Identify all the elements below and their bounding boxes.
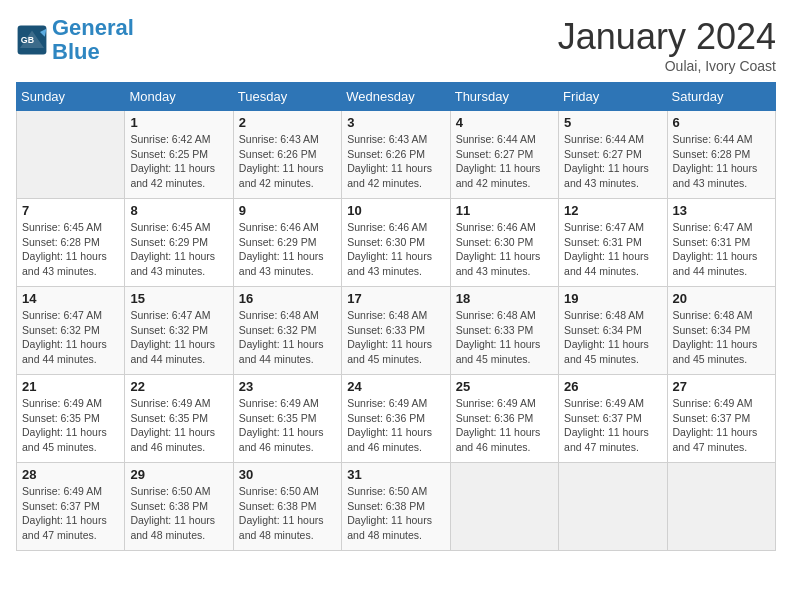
calendar-cell: 31Sunrise: 6:50 AM Sunset: 6:38 PM Dayli… (342, 463, 450, 551)
calendar-cell: 28Sunrise: 6:49 AM Sunset: 6:37 PM Dayli… (17, 463, 125, 551)
calendar-cell: 22Sunrise: 6:49 AM Sunset: 6:35 PM Dayli… (125, 375, 233, 463)
month-title: January 2024 (558, 16, 776, 58)
cell-info: Sunrise: 6:48 AM Sunset: 6:34 PM Dayligh… (564, 308, 661, 367)
calendar-cell: 11Sunrise: 6:46 AM Sunset: 6:30 PM Dayli… (450, 199, 558, 287)
calendar-cell: 19Sunrise: 6:48 AM Sunset: 6:34 PM Dayli… (559, 287, 667, 375)
day-number: 11 (456, 203, 553, 218)
cell-info: Sunrise: 6:46 AM Sunset: 6:29 PM Dayligh… (239, 220, 336, 279)
calendar-cell: 13Sunrise: 6:47 AM Sunset: 6:31 PM Dayli… (667, 199, 775, 287)
cell-info: Sunrise: 6:42 AM Sunset: 6:25 PM Dayligh… (130, 132, 227, 191)
calendar-cell: 20Sunrise: 6:48 AM Sunset: 6:34 PM Dayli… (667, 287, 775, 375)
location-subtitle: Oulai, Ivory Coast (558, 58, 776, 74)
day-number: 13 (673, 203, 770, 218)
calendar-cell: 10Sunrise: 6:46 AM Sunset: 6:30 PM Dayli… (342, 199, 450, 287)
cell-info: Sunrise: 6:48 AM Sunset: 6:32 PM Dayligh… (239, 308, 336, 367)
logo-line2: Blue (52, 39, 100, 64)
cell-info: Sunrise: 6:47 AM Sunset: 6:31 PM Dayligh… (673, 220, 770, 279)
calendar-cell: 25Sunrise: 6:49 AM Sunset: 6:36 PM Dayli… (450, 375, 558, 463)
day-number: 27 (673, 379, 770, 394)
day-number: 12 (564, 203, 661, 218)
day-number: 9 (239, 203, 336, 218)
day-number: 10 (347, 203, 444, 218)
header-friday: Friday (559, 83, 667, 111)
day-number: 30 (239, 467, 336, 482)
cell-info: Sunrise: 6:43 AM Sunset: 6:26 PM Dayligh… (347, 132, 444, 191)
cell-info: Sunrise: 6:46 AM Sunset: 6:30 PM Dayligh… (456, 220, 553, 279)
calendar-cell: 6Sunrise: 6:44 AM Sunset: 6:28 PM Daylig… (667, 111, 775, 199)
calendar-cell: 30Sunrise: 6:50 AM Sunset: 6:38 PM Dayli… (233, 463, 341, 551)
day-number: 25 (456, 379, 553, 394)
calendar-cell: 4Sunrise: 6:44 AM Sunset: 6:27 PM Daylig… (450, 111, 558, 199)
week-row-3: 21Sunrise: 6:49 AM Sunset: 6:35 PM Dayli… (17, 375, 776, 463)
header-wednesday: Wednesday (342, 83, 450, 111)
day-number: 8 (130, 203, 227, 218)
calendar-cell: 24Sunrise: 6:49 AM Sunset: 6:36 PM Dayli… (342, 375, 450, 463)
cell-info: Sunrise: 6:47 AM Sunset: 6:31 PM Dayligh… (564, 220, 661, 279)
cell-info: Sunrise: 6:44 AM Sunset: 6:27 PM Dayligh… (564, 132, 661, 191)
week-row-1: 7Sunrise: 6:45 AM Sunset: 6:28 PM Daylig… (17, 199, 776, 287)
calendar-cell (559, 463, 667, 551)
title-block: January 2024 Oulai, Ivory Coast (558, 16, 776, 74)
calendar-cell: 2Sunrise: 6:43 AM Sunset: 6:26 PM Daylig… (233, 111, 341, 199)
week-row-0: 1Sunrise: 6:42 AM Sunset: 6:25 PM Daylig… (17, 111, 776, 199)
cell-info: Sunrise: 6:49 AM Sunset: 6:37 PM Dayligh… (673, 396, 770, 455)
day-number: 6 (673, 115, 770, 130)
cell-info: Sunrise: 6:44 AM Sunset: 6:28 PM Dayligh… (673, 132, 770, 191)
calendar-cell: 7Sunrise: 6:45 AM Sunset: 6:28 PM Daylig… (17, 199, 125, 287)
cell-info: Sunrise: 6:49 AM Sunset: 6:35 PM Dayligh… (239, 396, 336, 455)
cell-info: Sunrise: 6:50 AM Sunset: 6:38 PM Dayligh… (347, 484, 444, 543)
calendar-cell: 17Sunrise: 6:48 AM Sunset: 6:33 PM Dayli… (342, 287, 450, 375)
calendar-cell: 21Sunrise: 6:49 AM Sunset: 6:35 PM Dayli… (17, 375, 125, 463)
day-number: 7 (22, 203, 119, 218)
header-saturday: Saturday (667, 83, 775, 111)
calendar-cell (450, 463, 558, 551)
calendar-cell: 15Sunrise: 6:47 AM Sunset: 6:32 PM Dayli… (125, 287, 233, 375)
header-monday: Monday (125, 83, 233, 111)
cell-info: Sunrise: 6:49 AM Sunset: 6:36 PM Dayligh… (347, 396, 444, 455)
calendar-cell: 3Sunrise: 6:43 AM Sunset: 6:26 PM Daylig… (342, 111, 450, 199)
cell-info: Sunrise: 6:45 AM Sunset: 6:28 PM Dayligh… (22, 220, 119, 279)
day-number: 21 (22, 379, 119, 394)
page-header: GB General Blue January 2024 Oulai, Ivor… (16, 16, 776, 74)
calendar-cell: 16Sunrise: 6:48 AM Sunset: 6:32 PM Dayli… (233, 287, 341, 375)
calendar-table: SundayMondayTuesdayWednesdayThursdayFrid… (16, 82, 776, 551)
calendar-cell: 26Sunrise: 6:49 AM Sunset: 6:37 PM Dayli… (559, 375, 667, 463)
day-number: 17 (347, 291, 444, 306)
day-number: 15 (130, 291, 227, 306)
cell-info: Sunrise: 6:43 AM Sunset: 6:26 PM Dayligh… (239, 132, 336, 191)
calendar-cell: 8Sunrise: 6:45 AM Sunset: 6:29 PM Daylig… (125, 199, 233, 287)
calendar-cell: 29Sunrise: 6:50 AM Sunset: 6:38 PM Dayli… (125, 463, 233, 551)
day-number: 1 (130, 115, 227, 130)
day-number: 3 (347, 115, 444, 130)
cell-info: Sunrise: 6:49 AM Sunset: 6:35 PM Dayligh… (130, 396, 227, 455)
day-number: 20 (673, 291, 770, 306)
day-number: 23 (239, 379, 336, 394)
day-number: 26 (564, 379, 661, 394)
calendar-cell: 23Sunrise: 6:49 AM Sunset: 6:35 PM Dayli… (233, 375, 341, 463)
day-number: 28 (22, 467, 119, 482)
cell-info: Sunrise: 6:49 AM Sunset: 6:37 PM Dayligh… (22, 484, 119, 543)
day-number: 24 (347, 379, 444, 394)
cell-info: Sunrise: 6:48 AM Sunset: 6:33 PM Dayligh… (456, 308, 553, 367)
calendar-header-row: SundayMondayTuesdayWednesdayThursdayFrid… (17, 83, 776, 111)
calendar-cell: 12Sunrise: 6:47 AM Sunset: 6:31 PM Dayli… (559, 199, 667, 287)
day-number: 18 (456, 291, 553, 306)
cell-info: Sunrise: 6:49 AM Sunset: 6:36 PM Dayligh… (456, 396, 553, 455)
day-number: 19 (564, 291, 661, 306)
calendar-cell (17, 111, 125, 199)
week-row-4: 28Sunrise: 6:49 AM Sunset: 6:37 PM Dayli… (17, 463, 776, 551)
week-row-2: 14Sunrise: 6:47 AM Sunset: 6:32 PM Dayli… (17, 287, 776, 375)
logo-icon: GB (16, 24, 48, 56)
calendar-cell (667, 463, 775, 551)
day-number: 29 (130, 467, 227, 482)
cell-info: Sunrise: 6:48 AM Sunset: 6:33 PM Dayligh… (347, 308, 444, 367)
day-number: 16 (239, 291, 336, 306)
day-number: 4 (456, 115, 553, 130)
header-sunday: Sunday (17, 83, 125, 111)
svg-text:GB: GB (21, 35, 34, 45)
cell-info: Sunrise: 6:48 AM Sunset: 6:34 PM Dayligh… (673, 308, 770, 367)
cell-info: Sunrise: 6:47 AM Sunset: 6:32 PM Dayligh… (22, 308, 119, 367)
logo-text: General Blue (52, 16, 134, 64)
header-tuesday: Tuesday (233, 83, 341, 111)
logo: GB General Blue (16, 16, 134, 64)
